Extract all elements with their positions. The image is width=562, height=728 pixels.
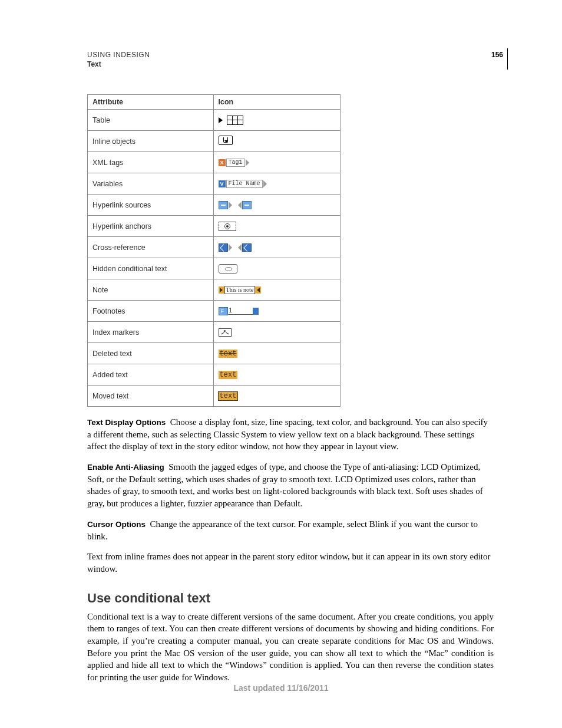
term-label: Text Display Options <box>87 418 166 427</box>
icon-cell: text <box>213 386 340 407</box>
chevron-right-icon <box>246 159 249 166</box>
chevron-right-icon <box>229 244 232 251</box>
attribute-icon-table: Attribute Icon Table Inline objects XML … <box>87 94 340 407</box>
attr-cell: Inline objects <box>88 131 214 152</box>
term-label: Enable Anti-Aliasing <box>87 463 164 472</box>
para-body: Change the appearance of the text cursor… <box>87 519 478 541</box>
moved-text-icon: text <box>219 392 238 400</box>
attr-cell: Added text <box>88 364 214 386</box>
icon-cell: VFile Name <box>213 173 340 195</box>
footnote-reference-icon <box>219 307 228 315</box>
table-row: Hyperlink anchors <box>88 216 340 237</box>
para-text-display-options: Text Display Options Choose a display fo… <box>87 416 494 453</box>
attr-cell: Hidden conditional text <box>88 258 214 279</box>
icon-cell: This is note <box>213 279 340 301</box>
icon-cell: 1 <box>213 301 340 322</box>
para-enable-anti-aliasing: Enable Anti-Aliasing Smooth the jagged e… <box>87 461 494 510</box>
table-grid-icon <box>227 116 243 125</box>
deleted-text-icon: text <box>219 350 238 358</box>
header-chapter: Text <box>87 60 503 68</box>
xml-tag-chip: Tag1 <box>226 159 245 167</box>
hyperlink-source-end-icon <box>242 201 252 209</box>
variable-marker-icon: V <box>219 180 226 187</box>
header-product: USING INDESIGN <box>87 51 503 59</box>
attr-cell: Note <box>88 279 214 301</box>
hyperlink-source-start-icon <box>219 201 228 209</box>
attr-cell: Footnotes <box>88 301 214 322</box>
header-rule <box>507 48 508 70</box>
table-row: Cross-reference <box>88 237 340 258</box>
table-row: Added text text <box>88 364 340 386</box>
note-end-icon <box>255 286 261 294</box>
term-label: Cursor Options <box>87 520 146 529</box>
table-row: Inline objects <box>88 131 340 152</box>
added-text-icon: text <box>219 371 238 379</box>
table-row: Index markers <box>88 322 340 343</box>
icon-cell <box>213 258 340 279</box>
table-row: Variables VFile Name <box>88 173 340 195</box>
chevron-right-icon <box>263 180 267 187</box>
icon-cell <box>213 322 340 343</box>
table-row: Footnotes 1 <box>88 301 340 322</box>
chevron-left-icon <box>238 244 242 251</box>
section-body: Conditional text is a way to create diff… <box>87 611 494 684</box>
note-text-chip: This is note <box>224 286 256 294</box>
attr-cell: Variables <box>88 173 214 195</box>
variable-chip: File Name <box>226 180 263 188</box>
icon-cell <box>213 237 340 258</box>
attr-cell: Hyperlink sources <box>88 195 214 216</box>
xml-marker-icon: X <box>219 159 226 166</box>
attr-cell: Cross-reference <box>88 237 214 258</box>
icon-cell: text <box>213 364 340 386</box>
icon-cell: XTag1 <box>213 152 340 173</box>
chevron-right-icon <box>229 202 232 209</box>
icon-cell <box>213 216 340 237</box>
table-row: Note This is note <box>88 279 340 301</box>
table-row: Hyperlink sources <box>88 195 340 216</box>
icon-cell: text <box>213 343 340 364</box>
table-row: Hidden conditional text <box>88 258 340 279</box>
icon-cell <box>213 131 340 152</box>
hyperlink-anchor-icon <box>219 222 236 231</box>
disclosure-triangle-icon <box>219 117 223 123</box>
footer-last-updated: Last updated 11/16/2011 <box>0 683 562 693</box>
icon-cell <box>213 110 340 131</box>
table-header-attribute: Attribute <box>88 95 214 110</box>
icon-cell <box>213 195 340 216</box>
table-row: Table <box>88 110 340 131</box>
index-marker-icon <box>219 328 232 337</box>
inline-object-icon <box>219 136 233 145</box>
table-row: XML tags XTag1 <box>88 152 340 173</box>
attr-cell: Table <box>88 110 214 131</box>
cross-reference-end-icon <box>242 243 252 252</box>
attr-cell: Index markers <box>88 322 214 343</box>
para-cursor-options: Cursor Options Change the appearance of … <box>87 518 494 542</box>
hidden-conditional-icon <box>219 264 237 274</box>
attr-cell: Deleted text <box>88 343 214 364</box>
para-inline-frames: Text from inline frames does not appear … <box>87 551 494 575</box>
running-header: USING INDESIGN Text <box>87 51 503 68</box>
cross-reference-start-icon <box>219 243 228 252</box>
footnote-end-icon <box>253 308 259 315</box>
note-start-icon <box>219 286 224 294</box>
attr-cell: Moved text <box>88 386 214 407</box>
table-row: Moved text text <box>88 386 340 407</box>
chevron-left-icon <box>238 202 242 209</box>
table-row: Deleted text text <box>88 343 340 364</box>
footnote-number: 1 <box>228 307 253 315</box>
attr-cell: Hyperlink anchors <box>88 216 214 237</box>
attr-cell: XML tags <box>88 152 214 173</box>
table-header-icon: Icon <box>213 95 340 110</box>
section-heading: Use conditional text <box>87 591 494 606</box>
